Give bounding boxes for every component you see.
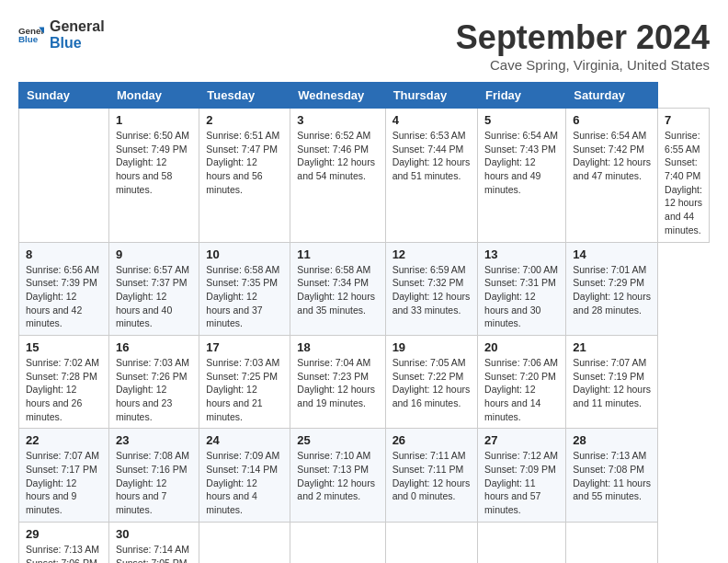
calendar-cell: 22 Sunrise: 7:07 AMSunset: 7:17 PMDaylig… (19, 429, 109, 522)
location-title: Cave Spring, Virginia, United States (456, 57, 710, 73)
calendar-cell: 10 Sunrise: 6:58 AMSunset: 7:35 PMDaylig… (199, 242, 290, 335)
day-number: 25 (297, 433, 378, 447)
day-info: Sunrise: 6:55 AMSunset: 7:40 PMDaylight:… (665, 129, 702, 237)
day-info: Sunrise: 7:06 AMSunset: 7:20 PMDaylight:… (484, 356, 559, 423)
calendar-cell: 1 Sunrise: 6:50 AMSunset: 7:49 PMDayligh… (108, 109, 199, 243)
day-number: 6 (573, 113, 651, 127)
calendar-cell (19, 109, 109, 243)
week-row-1: 8 Sunrise: 6:56 AMSunset: 7:39 PMDayligh… (19, 242, 710, 335)
day-number: 12 (392, 247, 471, 261)
day-info: Sunrise: 7:01 AMSunset: 7:29 PMDaylight:… (573, 263, 651, 317)
day-info: Sunrise: 7:05 AMSunset: 7:22 PMDaylight:… (392, 356, 471, 410)
day-info: Sunrise: 7:13 AMSunset: 7:08 PMDaylight:… (573, 449, 651, 503)
logo-icon: General Blue (18, 22, 44, 48)
day-number: 26 (392, 433, 471, 447)
week-row-0: 1 Sunrise: 6:50 AMSunset: 7:49 PMDayligh… (19, 109, 710, 243)
day-info: Sunrise: 7:00 AMSunset: 7:31 PMDaylight:… (484, 263, 559, 330)
calendar-cell: 16 Sunrise: 7:03 AMSunset: 7:26 PMDaylig… (108, 335, 199, 428)
day-info: Sunrise: 7:13 AMSunset: 7:06 PMDaylight:… (26, 543, 102, 563)
header-row: Sunday Monday Tuesday Wednesday Thursday… (19, 83, 710, 109)
day-number: 28 (573, 433, 651, 447)
calendar-cell: 6 Sunrise: 6:54 AMSunset: 7:42 PMDayligh… (566, 109, 658, 243)
calendar-cell: 24 Sunrise: 7:09 AMSunset: 7:14 PMDaylig… (199, 429, 290, 522)
day-info: Sunrise: 6:57 AMSunset: 7:37 PMDaylight:… (116, 263, 192, 330)
logo-line2: Blue (50, 35, 105, 52)
calendar-cell: 7 Sunrise: 6:55 AMSunset: 7:40 PMDayligh… (658, 109, 710, 243)
col-tuesday: Tuesday (199, 83, 290, 109)
day-number: 3 (297, 113, 378, 127)
day-info: Sunrise: 6:59 AMSunset: 7:32 PMDaylight:… (392, 263, 471, 317)
calendar-cell: 29 Sunrise: 7:13 AMSunset: 7:06 PMDaylig… (19, 522, 109, 563)
day-info: Sunrise: 7:11 AMSunset: 7:11 PMDaylight:… (392, 449, 471, 503)
day-info: Sunrise: 7:03 AMSunset: 7:26 PMDaylight:… (116, 356, 192, 423)
calendar-cell: 25 Sunrise: 7:10 AMSunset: 7:13 PMDaylig… (290, 429, 385, 522)
day-info: Sunrise: 6:54 AMSunset: 7:42 PMDaylight:… (573, 129, 651, 183)
calendar-cell: 30 Sunrise: 7:14 AMSunset: 7:05 PMDaylig… (108, 522, 199, 563)
day-number: 30 (116, 527, 192, 541)
day-number: 4 (392, 113, 471, 127)
day-number: 22 (26, 433, 102, 447)
week-row-4: 29 Sunrise: 7:13 AMSunset: 7:06 PMDaylig… (19, 522, 710, 563)
calendar-cell: 19 Sunrise: 7:05 AMSunset: 7:22 PMDaylig… (385, 335, 477, 428)
calendar-cell: 14 Sunrise: 7:01 AMSunset: 7:29 PMDaylig… (566, 242, 658, 335)
day-number: 24 (206, 433, 283, 447)
day-info: Sunrise: 7:10 AMSunset: 7:13 PMDaylight:… (297, 449, 378, 503)
day-number: 20 (484, 340, 559, 354)
day-info: Sunrise: 6:58 AMSunset: 7:35 PMDaylight:… (206, 263, 283, 330)
day-info: Sunrise: 6:56 AMSunset: 7:39 PMDaylight:… (26, 263, 102, 330)
calendar-cell: 21 Sunrise: 7:07 AMSunset: 7:19 PMDaylig… (566, 335, 658, 428)
day-number: 10 (206, 247, 283, 261)
calendar-cell: 4 Sunrise: 6:53 AMSunset: 7:44 PMDayligh… (385, 109, 477, 243)
day-number: 23 (116, 433, 192, 447)
svg-text:Blue: Blue (18, 34, 39, 44)
calendar-cell: 8 Sunrise: 6:56 AMSunset: 7:39 PMDayligh… (19, 242, 109, 335)
day-number: 29 (26, 527, 102, 541)
day-info: Sunrise: 6:58 AMSunset: 7:34 PMDaylight:… (297, 263, 378, 317)
month-title: September 2024 (456, 18, 710, 57)
calendar-cell: 11 Sunrise: 6:58 AMSunset: 7:34 PMDaylig… (290, 242, 385, 335)
calendar-cell: 3 Sunrise: 6:52 AMSunset: 7:46 PMDayligh… (290, 109, 385, 243)
col-thursday: Thursday (385, 83, 477, 109)
day-info: Sunrise: 6:52 AMSunset: 7:46 PMDaylight:… (297, 129, 378, 183)
day-number: 19 (392, 340, 471, 354)
calendar-cell: 12 Sunrise: 6:59 AMSunset: 7:32 PMDaylig… (385, 242, 477, 335)
logo: General Blue General Blue (18, 18, 105, 51)
calendar-cell: 18 Sunrise: 7:04 AMSunset: 7:23 PMDaylig… (290, 335, 385, 428)
week-row-2: 15 Sunrise: 7:02 AMSunset: 7:28 PMDaylig… (19, 335, 710, 428)
day-info: Sunrise: 7:07 AMSunset: 7:17 PMDaylight:… (26, 449, 102, 516)
day-number: 5 (484, 113, 559, 127)
col-wednesday: Wednesday (290, 83, 385, 109)
day-number: 18 (297, 340, 378, 354)
day-info: Sunrise: 7:14 AMSunset: 7:05 PMDaylight:… (116, 543, 192, 563)
calendar-cell: 13 Sunrise: 7:00 AMSunset: 7:31 PMDaylig… (478, 242, 566, 335)
calendar-cell (478, 522, 566, 563)
day-number: 27 (484, 433, 559, 447)
calendar-cell: 9 Sunrise: 6:57 AMSunset: 7:37 PMDayligh… (108, 242, 199, 335)
calendar-cell (290, 522, 385, 563)
day-info: Sunrise: 7:09 AMSunset: 7:14 PMDaylight:… (206, 449, 283, 516)
day-number: 7 (665, 113, 702, 127)
day-info: Sunrise: 6:50 AMSunset: 7:49 PMDaylight:… (116, 129, 192, 196)
calendar-cell: 2 Sunrise: 6:51 AMSunset: 7:47 PMDayligh… (199, 109, 290, 243)
calendar-cell (199, 522, 290, 563)
day-number: 15 (26, 340, 102, 354)
col-sunday: Sunday (19, 83, 109, 109)
day-info: Sunrise: 7:12 AMSunset: 7:09 PMDaylight:… (484, 449, 559, 516)
page-container: General Blue General Blue September 2024… (18, 18, 710, 563)
calendar-cell: 5 Sunrise: 6:54 AMSunset: 7:43 PMDayligh… (478, 109, 566, 243)
day-info: Sunrise: 7:02 AMSunset: 7:28 PMDaylight:… (26, 356, 102, 423)
day-info: Sunrise: 7:08 AMSunset: 7:16 PMDaylight:… (116, 449, 192, 516)
calendar-cell: 23 Sunrise: 7:08 AMSunset: 7:16 PMDaylig… (108, 429, 199, 522)
day-info: Sunrise: 7:03 AMSunset: 7:25 PMDaylight:… (206, 356, 283, 423)
col-monday: Monday (108, 83, 199, 109)
calendar-cell: 15 Sunrise: 7:02 AMSunset: 7:28 PMDaylig… (19, 335, 109, 428)
day-info: Sunrise: 6:54 AMSunset: 7:43 PMDaylight:… (484, 129, 559, 196)
calendar-cell: 28 Sunrise: 7:13 AMSunset: 7:08 PMDaylig… (566, 429, 658, 522)
calendar-cell: 17 Sunrise: 7:03 AMSunset: 7:25 PMDaylig… (199, 335, 290, 428)
day-info: Sunrise: 6:51 AMSunset: 7:47 PMDaylight:… (206, 129, 283, 196)
day-info: Sunrise: 6:53 AMSunset: 7:44 PMDaylight:… (392, 129, 471, 183)
col-saturday: Saturday (566, 83, 658, 109)
header: General Blue General Blue September 2024… (18, 18, 710, 73)
day-number: 21 (573, 340, 651, 354)
day-number: 11 (297, 247, 378, 261)
